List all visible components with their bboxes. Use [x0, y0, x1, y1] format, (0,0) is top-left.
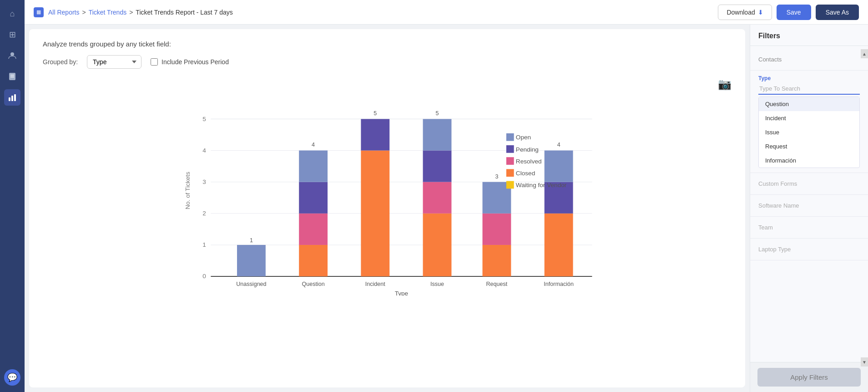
scroll-up-btn[interactable]: ▲: [861, 49, 868, 58]
custom-forms-label: Custom Forms: [758, 178, 860, 190]
separator2: >: [129, 9, 133, 16]
bar-issue-resolved: [423, 182, 452, 214]
software-name-filter-section: Software Name: [750, 195, 868, 217]
include-previous-period-text: Include Previous Period: [161, 58, 229, 66]
bar-question-closed: [299, 245, 328, 276]
svg-text:No. of Tickets: No. of Tickets: [184, 172, 191, 209]
ticket-trends-link[interactable]: Ticket Trends: [89, 9, 127, 16]
chart-area: Analyze trends grouped by any ticket fie…: [29, 29, 745, 387]
filters-header: Filters: [750, 25, 868, 46]
svg-text:5: 5: [373, 110, 377, 117]
svg-rect-35: [506, 145, 514, 153]
bar-chart: 0 1 2 3 4 5 No. of Tickets 1 Unassigned: [43, 95, 732, 295]
breadcrumb-icon: ▦: [34, 7, 44, 17]
type-search-input[interactable]: [758, 83, 860, 95]
grouped-by-select[interactable]: Type: [87, 55, 141, 69]
type-option-issue[interactable]: Issue: [759, 125, 859, 139]
topbar-actions: Download ⬇ Save Save As: [718, 5, 859, 20]
content-wrapper: Analyze trends grouped by any ticket fie…: [25, 25, 868, 392]
grid-icon[interactable]: ⊞: [4, 26, 20, 43]
bar-request-resolved: [483, 214, 511, 245]
svg-text:Request: Request: [486, 281, 508, 287]
save-button[interactable]: Save: [777, 5, 811, 20]
bar-incident-pending: [361, 119, 389, 150]
svg-text:Pending: Pending: [516, 146, 539, 153]
svg-text:4: 4: [557, 142, 560, 148]
sidebar: ⌂ ⊞ ⚙ 💬: [0, 0, 25, 392]
current-page-label: Ticket Trends Report - Last 7 days: [136, 9, 232, 16]
svg-text:Closed: Closed: [516, 170, 535, 177]
apply-filters-button[interactable]: Apply Filters: [757, 368, 861, 387]
svg-text:Unassigned: Unassigned: [236, 281, 266, 287]
svg-text:2: 2: [202, 210, 206, 217]
bar-question-open: [299, 151, 328, 182]
svg-text:Información: Información: [544, 281, 574, 287]
download-button[interactable]: Download ⬇: [718, 5, 772, 20]
contacts-filter-section: Contacts: [750, 51, 868, 71]
laptop-type-filter-section: Laptop Type: [750, 239, 868, 260]
home-icon[interactable]: ⌂: [4, 5, 20, 22]
contacts-label: Contacts: [758, 56, 860, 63]
bar-question-resolved: [299, 214, 328, 245]
laptop-type-label: Laptop Type: [758, 243, 860, 255]
svg-text:Type: Type: [395, 290, 409, 295]
svg-point-0: [10, 52, 14, 56]
download-label: Download: [727, 9, 755, 16]
svg-text:1: 1: [202, 241, 206, 248]
include-previous-period-checkbox[interactable]: [151, 58, 158, 66]
download-icon: ⬇: [758, 9, 763, 16]
type-option-incident[interactable]: Incident: [759, 111, 859, 125]
team-label: Team: [758, 221, 860, 234]
separator1: >: [82, 9, 86, 16]
bar-issue-pending: [423, 151, 452, 182]
include-previous-period-label[interactable]: Include Previous Period: [151, 58, 229, 66]
chat-icon[interactable]: 💬: [4, 369, 20, 386]
svg-text:4: 4: [202, 147, 206, 154]
filters-panel: Filters ▲ Contacts Type Question Inciden…: [750, 25, 868, 392]
svg-rect-37: [506, 157, 514, 165]
people-icon[interactable]: [4, 47, 20, 64]
camera-icon[interactable]: 📷: [718, 78, 732, 91]
all-reports-link[interactable]: All Reports: [48, 9, 79, 16]
type-option-informacion[interactable]: Información: [759, 153, 859, 168]
svg-text:1: 1: [250, 237, 253, 244]
type-option-question[interactable]: Question: [759, 97, 859, 111]
svg-rect-1: [9, 73, 15, 80]
svg-text:5: 5: [435, 110, 439, 117]
bar-informacion-closed: [545, 214, 573, 276]
svg-rect-5: [11, 96, 13, 101]
svg-text:Open: Open: [516, 134, 531, 141]
svg-text:Resolved: Resolved: [516, 158, 542, 165]
svg-rect-4: [9, 97, 10, 101]
svg-rect-39: [506, 169, 514, 177]
svg-text:Issue: Issue: [430, 281, 444, 287]
bar-request-closed: [483, 245, 511, 276]
bar-unassigned-open: [237, 245, 266, 276]
type-option-request[interactable]: Request: [759, 139, 859, 153]
svg-text:3: 3: [495, 173, 498, 180]
svg-text:Incident: Incident: [365, 281, 386, 287]
svg-rect-6: [14, 94, 16, 101]
main-area: ▦ All Reports > Ticket Trends > Ticket T…: [25, 0, 868, 392]
type-filter-label: Type: [758, 75, 860, 81]
bar-issue-closed: [423, 214, 452, 276]
bar-question-pending: [299, 182, 328, 214]
type-dropdown-list: Question Incident Issue Request Informac…: [758, 97, 860, 168]
scroll-down-btn[interactable]: ▼: [861, 357, 868, 367]
svg-text:Waiting for Vendor: Waiting for Vendor: [516, 182, 567, 188]
software-name-label: Software Name: [758, 199, 860, 212]
book-icon[interactable]: [4, 68, 20, 85]
bar-issue-open: [423, 119, 452, 150]
svg-text:5: 5: [202, 116, 206, 122]
controls-row: Grouped by: Type Include Previous Period: [43, 55, 732, 69]
team-filter-section: Team: [750, 217, 868, 239]
svg-text:Question: Question: [302, 281, 324, 287]
type-filter-section: Type Question Incident Issue Request Inf…: [750, 71, 868, 173]
filters-scroll: Contacts Type Question Incident Issue Re…: [750, 46, 868, 362]
analyze-text: Analyze trends grouped by any ticket fie…: [43, 40, 732, 48]
save-as-button[interactable]: Save As: [816, 5, 859, 20]
chart-bar-icon[interactable]: [4, 89, 20, 106]
svg-text:0: 0: [202, 273, 206, 280]
apply-btn-row: Apply Filters: [750, 362, 868, 392]
svg-rect-33: [506, 133, 514, 141]
